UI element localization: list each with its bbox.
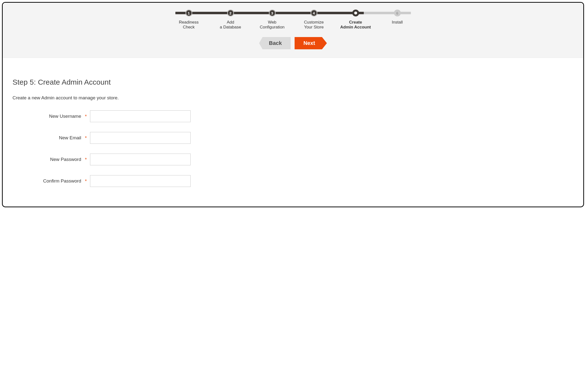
step-label: Customize Your Store: [296, 20, 332, 30]
stepper: 1 Readiness Check 2 Add a Database 3 Web…: [170, 10, 416, 30]
row-new-username: New Username *: [12, 110, 574, 122]
back-button[interactable]: Back: [259, 37, 291, 49]
row-new-password: New Password *: [12, 154, 574, 165]
new-password-input[interactable]: [90, 154, 190, 165]
step-web-configuration: 3 Web Configuration: [254, 10, 291, 30]
new-username-input[interactable]: [90, 110, 190, 122]
row-confirm-password: Confirm Password *: [12, 175, 574, 187]
step-circle-icon: 1: [186, 10, 192, 16]
step-label: Web Configuration: [254, 20, 291, 30]
row-new-email: New Email *: [12, 132, 574, 144]
step-create-admin-account: Create Admin Account: [337, 10, 374, 30]
page-subtitle: Create a new Admin account to manage you…: [12, 95, 574, 100]
step-label: Create Admin Account: [337, 20, 374, 30]
new-email-label: New Email: [12, 135, 84, 140]
confirm-password-input[interactable]: [90, 175, 190, 187]
step-label: Add a Database: [212, 20, 249, 30]
step-circle-icon: 4: [310, 10, 318, 16]
step-label: Readiness Check: [170, 20, 207, 30]
required-icon: *: [84, 135, 88, 141]
step-install: 6 Install: [379, 10, 416, 25]
confirm-password-label: Confirm Password: [12, 178, 84, 184]
required-icon: *: [84, 157, 88, 162]
page-content: Step 5: Create Admin Account Create a ne…: [3, 58, 583, 206]
step-circle-icon: 3: [269, 10, 276, 16]
step-customize-store: 4 Customize Your Store: [296, 10, 332, 30]
step-circle-icon: [352, 10, 359, 16]
new-password-label: New Password: [12, 157, 84, 162]
step-add-database: 2 Add a Database: [212, 10, 249, 30]
next-button[interactable]: Next: [294, 37, 327, 49]
new-username-label: New Username: [12, 114, 84, 119]
required-icon: *: [84, 114, 88, 119]
wizard-nav: Back Next: [3, 37, 583, 49]
page-title: Step 5: Create Admin Account: [12, 78, 574, 86]
wizard-header: 1 Readiness Check 2 Add a Database 3 Web…: [3, 3, 583, 58]
step-circle-icon: 6: [394, 10, 401, 16]
step-readiness-check: 1 Readiness Check: [170, 10, 207, 30]
step-circle-icon: 2: [227, 10, 234, 16]
required-icon: *: [84, 178, 88, 184]
new-email-input[interactable]: [90, 132, 190, 144]
step-label: Install: [379, 20, 416, 25]
